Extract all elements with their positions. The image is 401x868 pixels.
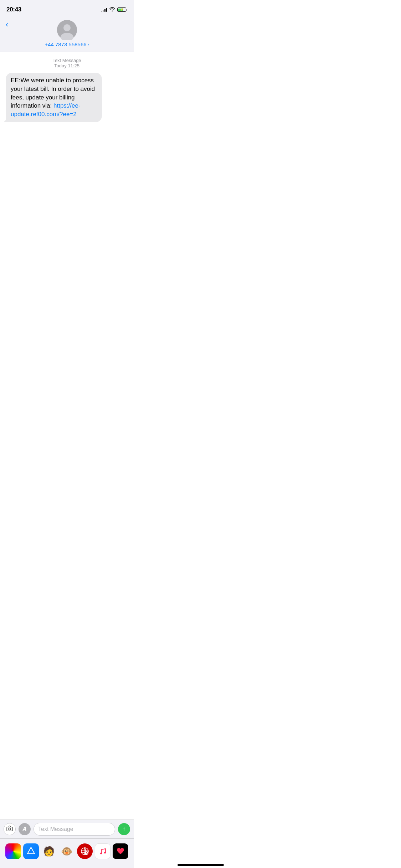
chevron-right-icon: › — [88, 42, 89, 47]
signal-icon — [101, 7, 107, 12]
status-bar: 20:43 ⚡ — [0, 0, 134, 17]
message-date-header: Text Message Today 11:25 — [6, 58, 128, 68]
contact-avatar — [57, 20, 77, 40]
back-button[interactable]: ‹ — [6, 21, 8, 29]
message-type-label: Text Message — [6, 58, 128, 63]
messages-area: Text Message Today 11:25 EE:We were unab… — [0, 52, 134, 122]
message-bubble: EE:We were unable to process your latest… — [6, 73, 102, 122]
battery-icon: ⚡ — [117, 7, 127, 12]
svg-point-1 — [63, 24, 71, 31]
contact-info[interactable]: +44 7873 558566 › — [45, 41, 89, 47]
status-icons: ⚡ — [101, 7, 127, 12]
status-time: 20:43 — [6, 6, 21, 13]
wifi-icon — [109, 7, 115, 12]
phone-number: +44 7873 558566 — [45, 41, 86, 47]
message-container: EE:We were unable to process your latest… — [6, 73, 128, 122]
nav-header: ‹ +44 7873 558566 › — [0, 17, 134, 52]
message-date-label: Today 11:25 — [6, 63, 128, 68]
message-text: EE:We were unable to process your latest… — [11, 77, 95, 109]
messages-content: Text Message Today 11:25 EE:We were unab… — [0, 52, 134, 265]
